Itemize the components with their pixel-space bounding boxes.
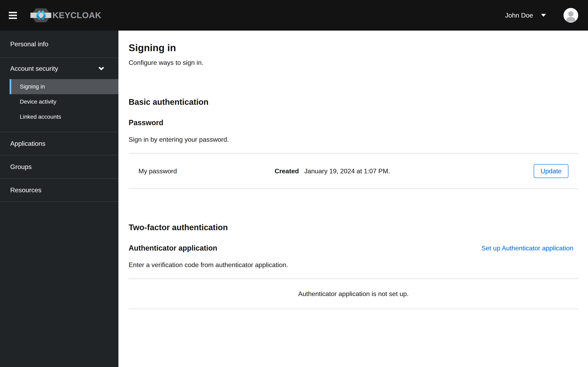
section-heading-basic-authentication: Basic authentication	[129, 97, 578, 107]
authenticator-description: Enter a verification code from authentic…	[129, 261, 578, 269]
authenticator-heading-row: Authenticator application Set up Authent…	[129, 244, 578, 253]
divider	[129, 189, 578, 189]
sidebar-item-label: Personal info	[10, 40, 48, 48]
created-value: January 19, 2024 at 1:07 PM.	[304, 167, 390, 175]
sidebar-item-label: Groups	[10, 163, 32, 171]
setup-authenticator-link[interactable]: Set up Authenticator application	[481, 244, 573, 252]
sidebar-item-applications[interactable]: Applications	[0, 132, 118, 155]
user-name: John Doe	[505, 12, 533, 19]
hamburger-icon	[9, 12, 17, 13]
nav-toggle-button[interactable]	[9, 12, 17, 19]
keycloak-brand[interactable]: KEYCLOAK	[30, 8, 102, 23]
masthead: KEYCLOAK John Doe	[0, 0, 588, 31]
sidebar-item-label: Signing in	[20, 83, 45, 90]
sidebar-item-resources[interactable]: Resources	[0, 179, 118, 201]
sidebar-item-label: Linked accounts	[20, 114, 61, 120]
sidebar-item-groups[interactable]: Groups	[0, 155, 118, 178]
sidebar-item-account-security[interactable]: Account security	[0, 58, 118, 79]
authenticator-empty-row: Authenticator application is not set up.	[129, 279, 578, 309]
user-icon	[563, 8, 578, 23]
divider	[0, 201, 118, 202]
sidebar: Personal info Account security Signing i…	[0, 31, 118, 367]
sidebar-item-label: Account security	[10, 65, 58, 72]
update-button[interactable]: Update	[534, 164, 568, 178]
sidebar-item-signing-in[interactable]: Signing in	[9, 79, 118, 94]
credential-name: My password	[138, 167, 275, 175]
main-content: Signing in Configure ways to sign in. Ba…	[118, 31, 588, 367]
sidebar-item-label: Device activity	[20, 99, 56, 105]
user-menu[interactable]: John Doe	[505, 12, 546, 19]
keycloak-logo-icon	[30, 8, 52, 23]
avatar[interactable]	[563, 8, 578, 23]
sidebar-item-linked-accounts[interactable]: Linked accounts	[9, 109, 118, 124]
password-description: Sign in by entering your password.	[129, 136, 578, 143]
section-heading-two-factor: Two-factor authentication	[129, 222, 578, 232]
brand-text: KEYCLOAK	[52, 10, 102, 20]
sidebar-item-label: Resources	[10, 186, 42, 194]
password-row: My password Created January 19, 2024 at …	[129, 154, 578, 189]
caret-down-icon	[541, 14, 546, 17]
sidebar-item-personal-info[interactable]: Personal info	[0, 31, 118, 58]
account-security-subnav: Signing in Device activity Linked accoun…	[0, 79, 118, 124]
page-title: Signing in	[129, 42, 578, 54]
empty-state-text: Authenticator application is not set up.	[298, 290, 409, 298]
sidebar-item-label: Applications	[10, 140, 45, 147]
subsection-heading-password: Password	[129, 118, 578, 127]
chevron-down-icon	[98, 67, 104, 70]
page-subtitle: Configure ways to sign in.	[129, 59, 578, 67]
sidebar-item-device-activity[interactable]: Device activity	[9, 94, 118, 109]
created-label: Created	[275, 167, 299, 175]
subsection-heading-authenticator: Authenticator application	[129, 244, 217, 253]
divider	[129, 309, 578, 309]
